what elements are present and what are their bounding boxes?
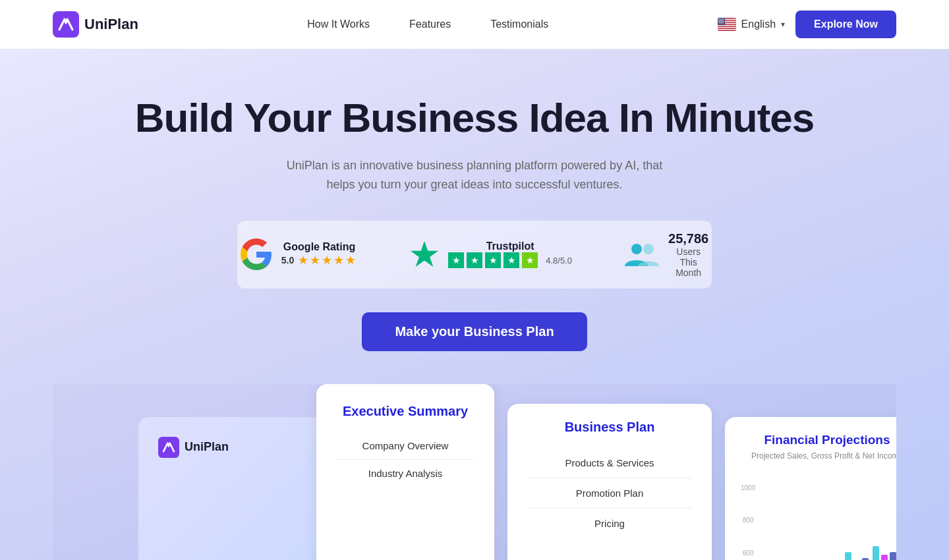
- flag-icon: ★★★★★ ★★★★ ★★★★★ ★★★★: [718, 18, 736, 31]
- bar-blue: [873, 546, 879, 560]
- trustpilot-stars: ★ ★ ★ ★ ★: [448, 252, 538, 268]
- trustpilot-icon: [410, 240, 439, 269]
- svg-rect-5: [718, 25, 736, 26]
- executive-summary-card: Executive Summary Company Overview Indus…: [316, 384, 494, 560]
- exec-item-2: Industry Analysis: [336, 460, 474, 487]
- bar-pink: [881, 555, 888, 560]
- chevron-down-icon: ▾: [781, 20, 785, 29]
- card-logo-text: UniPlan: [185, 440, 229, 454]
- trustpilot-title: Trustpilot: [448, 240, 572, 252]
- users-label: Users This Month: [668, 246, 708, 278]
- card-logo: UniPlan: [158, 437, 310, 458]
- svg-rect-7: [718, 29, 736, 30]
- card-logo-icon: [158, 437, 179, 458]
- nav-testimonials[interactable]: Testimonials: [490, 18, 548, 30]
- chart-y-labels: 1000 800 600 400: [741, 484, 755, 560]
- nav-links: How It Works Features Testimonials: [307, 18, 548, 30]
- y-label-1000: 1000: [741, 484, 755, 491]
- fin-title: Financial Projections: [741, 433, 896, 447]
- nav-right: ★★★★★ ★★★★ ★★★★★ ★★★★ English ▾ Explore …: [718, 11, 896, 38]
- financial-chart: 1000 800 600 400: [741, 471, 896, 560]
- bp-title: Business Plan: [527, 420, 692, 435]
- hero-title: Build Your Business Idea In Minutes: [53, 96, 896, 140]
- fin-subtitle: Projected Sales, Gross Profit & Net Inco…: [741, 451, 896, 461]
- hero-section: Build Your Business Idea In Minutes UniP…: [0, 49, 949, 560]
- y-label-600: 600: [741, 549, 755, 557]
- svg-marker-27: [411, 241, 438, 267]
- google-score: 5.0: [281, 255, 294, 266]
- bar-indigo: [862, 558, 869, 560]
- trustpilot-rating: Trustpilot ★ ★ ★ ★ ★ 4.8/5.0: [384, 233, 598, 275]
- nav-features[interactable]: Features: [409, 18, 451, 30]
- svg-point-29: [643, 244, 654, 254]
- bp-item-3: Pricing: [527, 509, 692, 538]
- bar-group-3: [845, 552, 869, 560]
- logo-text: UniPlan: [84, 16, 138, 33]
- bp-item-2: Promotion Plan: [527, 478, 692, 509]
- users-icon: [625, 240, 659, 269]
- navbar: UniPlan How It Works Features Testimonia…: [0, 0, 949, 49]
- ratings-bar: Google Rating 5.0 ★★★★★ Trustpilot ★ ★: [237, 221, 712, 289]
- brand-card: UniPlan Your Business Name Business Plan: [138, 417, 330, 560]
- bar-indigo: [890, 552, 896, 560]
- bar-blue: [845, 552, 851, 560]
- svg-rect-30: [158, 437, 179, 458]
- language-label: English: [741, 18, 776, 30]
- exec-item-1: Company Overview: [336, 432, 474, 460]
- svg-text:★: ★: [722, 22, 724, 24]
- svg-point-28: [631, 244, 642, 254]
- explore-button[interactable]: Explore Now: [795, 11, 896, 38]
- y-label-800: 800: [741, 517, 755, 524]
- nav-how-it-works[interactable]: How It Works: [307, 18, 370, 30]
- svg-rect-6: [718, 27, 736, 28]
- bar-group-4: [873, 546, 896, 560]
- cta-button[interactable]: Make your Business Plan: [362, 312, 587, 351]
- logo-icon: [53, 11, 79, 38]
- financial-card: Financial Projections Projected Sales, G…: [725, 417, 896, 560]
- bp-item-1: Products & Services: [527, 448, 692, 478]
- cards-section: UniPlan Your Business Name Business Plan…: [53, 384, 896, 560]
- users-count: 25,786: [668, 231, 708, 246]
- svg-rect-0: [53, 11, 79, 38]
- google-icon: [241, 238, 272, 270]
- google-stars: ★★★★★: [298, 253, 357, 267]
- exec-summary-title: Executive Summary: [336, 404, 474, 419]
- logo[interactable]: UniPlan: [53, 11, 138, 38]
- hero-subtitle: UniPlan is an innovative business planni…: [277, 156, 672, 194]
- users-rating: 25,786 Users This Month: [598, 225, 735, 285]
- google-rating: Google Rating 5.0 ★★★★★: [214, 232, 384, 277]
- business-plan-card: Business Plan Products & Services Promot…: [507, 404, 712, 560]
- chart-bars: [762, 484, 896, 560]
- trustpilot-score: 4.8/5.0: [546, 256, 572, 266]
- language-selector[interactable]: ★★★★★ ★★★★ ★★★★★ ★★★★ English ▾: [718, 18, 785, 31]
- google-rating-title: Google Rating: [281, 241, 357, 253]
